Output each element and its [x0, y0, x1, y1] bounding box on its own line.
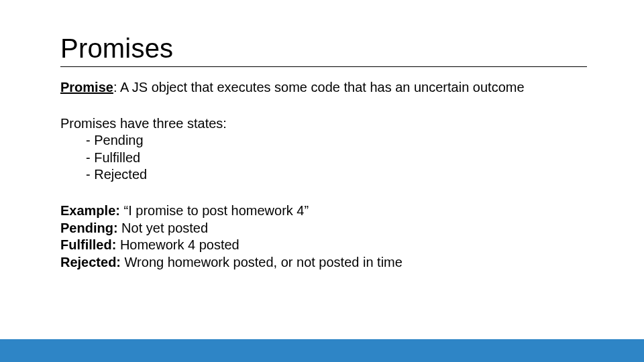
spacer	[60, 97, 587, 115]
example-text: “I promise to post homework 4”	[120, 203, 309, 218]
pending-text: Not yet posted	[118, 221, 209, 235]
pending-line: Pending: Not yet posted	[60, 220, 587, 237]
fulfilled-label: Fulfilled:	[60, 237, 116, 252]
state-item: - Rejected	[60, 166, 587, 184]
body-content: Promise: A JS object that executes some …	[60, 79, 587, 271]
rejected-text: Wrong homework posted, or not posted in …	[121, 255, 402, 269]
definition-line: Promise: A JS object that executes some …	[60, 79, 587, 97]
rejected-label: Rejected:	[60, 255, 121, 269]
spacer	[60, 184, 587, 202]
state-item: - Pending	[60, 132, 587, 149]
definition-label: Promise	[60, 80, 113, 95]
fulfilled-text: Homework 4 posted	[116, 237, 239, 252]
state-item: - Fulfilled	[60, 149, 587, 167]
rejected-line: Rejected: Wrong homework posted, or not …	[60, 254, 587, 272]
fulfilled-line: Fulfilled: Homework 4 posted	[60, 237, 587, 254]
example-label: Example:	[60, 203, 120, 218]
pending-label: Pending:	[60, 221, 118, 235]
states-intro: Promises have three states:	[60, 115, 587, 133]
slide: Promises Promise: A JS object that execu…	[0, 0, 644, 362]
page-title: Promises	[60, 34, 587, 67]
example-line: Example: “I promise to post homework 4”	[60, 202, 587, 220]
footer-bar	[0, 339, 644, 362]
definition-text: : A JS object that executes some code th…	[113, 80, 525, 95]
